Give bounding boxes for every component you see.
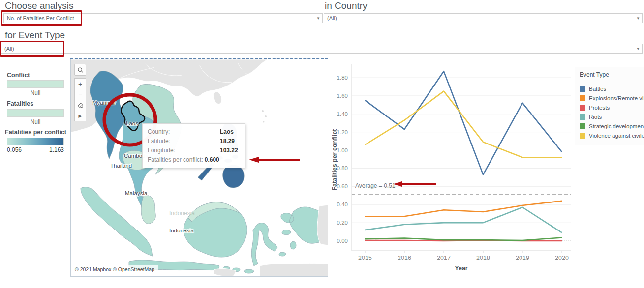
pin-button[interactable] [74, 100, 86, 111]
map-selected-indicator [70, 58, 328, 59]
small-island [265, 115, 267, 117]
x-axis-title: Year [352, 265, 571, 272]
island-maluku[interactable] [279, 252, 286, 256]
tooltip-value: Laos [220, 127, 234, 137]
chart-legend: Event Type BattlesExplosions/Remote vi..… [575, 67, 644, 145]
country-select[interactable]: (All) ▼ [324, 13, 643, 23]
toolbar-expand-button[interactable]: ▶ [74, 111, 86, 121]
fatalities-legend-null-label: Null [7, 118, 64, 125]
conflict-legend-title: Conflict [7, 72, 30, 79]
x-tick-label: 2019 [516, 255, 529, 261]
x-tick-label: 2016 [398, 255, 411, 261]
map-label-malaysia: Malaysia [125, 190, 147, 196]
legend-item[interactable]: Explosions/Remote vi.. [580, 93, 644, 103]
legend-swatch [580, 105, 585, 111]
event-type-select[interactable]: (All) ▼ [1, 44, 643, 54]
in-country-title: in Country [325, 0, 368, 11]
legend-label: Violence against civili.. [589, 133, 644, 139]
country-malaysia[interactable] [141, 195, 155, 224]
tooltip-value: 18.29 [220, 137, 235, 146]
tooltip-label: Fatalities per conflict: [148, 155, 203, 165]
map-zoom-controls: + − ▶ [74, 78, 86, 121]
search-icon [77, 67, 84, 73]
timor-gray-land [214, 268, 236, 276]
legend-item[interactable]: Protests [580, 103, 644, 112]
legend-item[interactable]: Riots [580, 112, 644, 121]
y-tick-label: 1.80 [337, 75, 348, 81]
tooltip-value: 0.600 [205, 155, 219, 165]
chevron-down-icon[interactable]: ▼ [634, 14, 642, 23]
chevron-down-icon[interactable]: ▼ [314, 14, 322, 23]
conflict-legend-swatch[interactable] [7, 80, 64, 88]
island-sumbawa[interactable] [244, 269, 254, 273]
zoom-out-icon: − [78, 91, 82, 99]
legend-item[interactable]: Violence against civili.. [580, 131, 644, 140]
zoom-in-button[interactable]: + [74, 78, 86, 89]
taiwan-island [212, 90, 223, 105]
expand-icon: ▶ [79, 114, 82, 118]
x-tick-label: 2018 [476, 255, 490, 261]
tooltip-row-latitude: Latitude: 18.29 [148, 137, 240, 146]
small-island [263, 121, 265, 123]
legend-item[interactable]: Battles [580, 84, 644, 93]
legend-label: Battles [589, 86, 606, 92]
map-label-indonesia: Indonesia [169, 228, 194, 233]
island-mindanao[interactable] [223, 165, 245, 188]
map-label-thailand: Thailand [110, 163, 132, 169]
gradient-minmax: 0.056 1.163 [7, 146, 64, 153]
y-tick-label: 0.00 [337, 238, 348, 244]
legend-swatch [580, 133, 585, 139]
tooltip-label: Latitude: [148, 137, 220, 146]
average-line-label: Average = 0.51 [355, 182, 396, 189]
australia-gray-land [260, 263, 328, 277]
pin-icon [77, 102, 84, 109]
fatalities-per-conflict-gradient[interactable] [7, 138, 64, 145]
x-tick-label: 2017 [437, 255, 451, 261]
conflict-legend-null-label: Null [7, 89, 64, 96]
legend-swatch [580, 123, 585, 129]
fatalities-per-conflict-legend-title: Fatalities per conflict [5, 129, 66, 136]
legend-swatch [580, 86, 585, 92]
tooltip-row-longitude: Longitude: 103.22 [148, 146, 240, 155]
map-search-button[interactable] [74, 64, 86, 76]
annotation-box-analysis [1, 10, 82, 26]
chart-legend-title: Event Type [580, 71, 644, 78]
island-sulawesi[interactable] [251, 223, 277, 266]
map-attribution[interactable]: © 2021 Mapbox © OpenStreetMap [71, 265, 158, 273]
gradient-min: 0.056 [7, 146, 22, 153]
legend-label: Protests [589, 105, 610, 111]
legend-swatch [580, 95, 585, 101]
y-tick-label: 0.60 [337, 183, 348, 189]
map-tooltip: Country: Laos Latitude: 18.29 Longitude:… [142, 123, 245, 168]
fatalities-legend-swatch[interactable] [7, 109, 64, 117]
legend-label: Strategic developmen.. [589, 123, 644, 129]
series-line-battles[interactable] [365, 71, 562, 174]
y-tick-label: 0.20 [337, 220, 348, 226]
small-island [262, 110, 264, 112]
y-tick-label: 0.40 [337, 202, 348, 207]
line-chart-panel: 0.000.200.400.600.801.001.201.401.601.80… [322, 57, 644, 278]
island-maluku[interactable] [282, 230, 291, 235]
event-type-select-value: (All) [1, 46, 634, 52]
legend-item[interactable]: Strategic developmen.. [580, 121, 644, 131]
x-tick-label: 2020 [555, 255, 569, 261]
zoom-out-button[interactable]: − [74, 89, 86, 100]
annotation-arrow-average [392, 181, 437, 187]
y-tick-label: 1.60 [337, 93, 348, 99]
chevron-down-icon[interactable]: ▼ [634, 44, 642, 53]
tooltip-label: Longitude: [148, 146, 220, 155]
tooltip-row-country: Country: Laos [148, 127, 240, 137]
map-view[interactable]: MyanmarLaosThailandCambodiaMalaysiaIndon… [70, 59, 328, 277]
annotation-box-event-type [0, 41, 64, 57]
island-maluku[interactable] [290, 241, 296, 249]
tooltip-label: Country: [148, 127, 220, 137]
y-tick-label: 1.20 [337, 129, 348, 135]
y-tick-label: 1.00 [337, 147, 348, 153]
map-label-indonesia: Indonesia [169, 210, 195, 217]
dashboard: Choose analysis in Country for Event Typ… [0, 0, 644, 288]
island-papua[interactable] [281, 207, 319, 243]
chart-legend-items: BattlesExplosions/Remote vi..ProtestsRio… [580, 84, 644, 140]
legend-label: Explosions/Remote vi.. [589, 95, 644, 101]
fatalities-legend-title: Fatalities [7, 100, 33, 107]
tooltip-row-fatalities: Fatalities per conflict: 0.600 [148, 155, 240, 165]
